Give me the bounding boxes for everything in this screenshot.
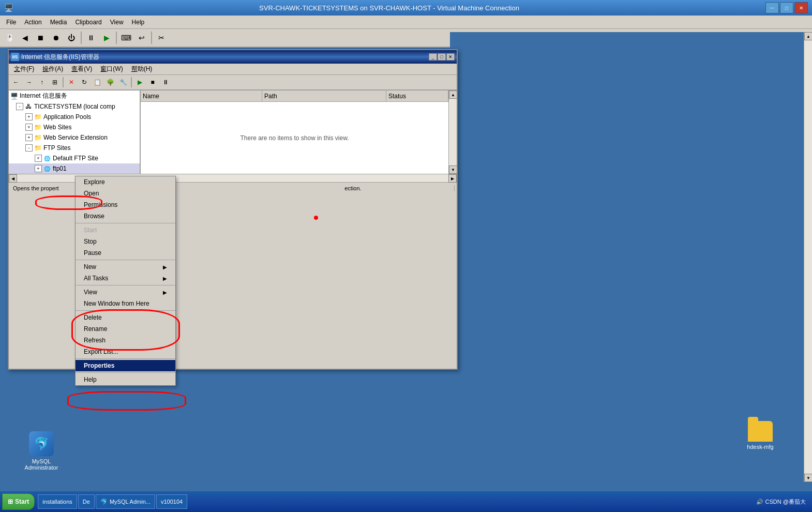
list-scroll-down[interactable]: ▼ <box>449 165 457 174</box>
menu-help[interactable]: Help <box>128 18 149 27</box>
iis-tb-pause[interactable]: ⏸ <box>159 76 172 88</box>
iis-tb-stop[interactable]: ■ <box>146 76 159 88</box>
ctx-new[interactable]: New ▶ <box>76 261 175 273</box>
iis-tb-refresh[interactable]: ↻ <box>78 76 91 88</box>
tree-expand-ftpsites[interactable]: - <box>25 144 33 152</box>
toolbar-stop-circle-btn[interactable]: ⏹ <box>33 31 48 45</box>
scroll-down-btn[interactable]: ▼ <box>804 474 812 482</box>
ctx-sep1 <box>76 223 175 223</box>
scroll-track[interactable] <box>804 40 812 474</box>
menu-media[interactable]: Media <box>46 18 71 27</box>
tree-item-apppools[interactable]: + 📁 Application Pools <box>9 112 140 122</box>
toolbar-undo-btn[interactable]: ↩ <box>134 31 149 45</box>
iis-tb-delete[interactable]: ✕ <box>65 76 78 88</box>
tree-item-ftp01[interactable]: + 🌐 ftp01 <box>9 163 140 174</box>
mysql-desktop-icon[interactable]: 🐬 MySQLAdministrator <box>21 431 62 471</box>
ctx-pause[interactable]: Pause <box>76 247 175 259</box>
iis-maximize-btn[interactable]: □ <box>438 53 446 61</box>
ctx-permissions[interactable]: Permissions <box>76 199 175 210</box>
toolbar-extra-btn[interactable]: ✂ <box>154 31 169 45</box>
vm-minimize-btn[interactable]: ─ <box>765 2 779 13</box>
iis-tb-forward[interactable]: → <box>23 76 35 88</box>
ctx-refresh[interactable]: Refresh <box>76 335 175 346</box>
ctx-open[interactable]: Open <box>76 188 175 199</box>
toolbar-record-btn[interactable]: ⏺ <box>49 31 63 45</box>
toolbar-icon-btn[interactable]: 🖱️ <box>2 31 17 45</box>
tree-root-item[interactable]: 🖥️ Internet 信息服务 <box>9 91 140 101</box>
ctx-properties[interactable]: Properties <box>76 360 175 371</box>
list-scrollbar[interactable]: ▲ ▼ <box>448 91 457 174</box>
iis-tb-back[interactable]: ← <box>10 76 22 88</box>
tree-item-webservice[interactable]: + 📁 Web Service Extension <box>9 132 140 143</box>
ctx-export-list[interactable]: Export List... <box>76 346 175 357</box>
iis-tb-tree[interactable]: 🌳 <box>104 76 116 88</box>
tree-item-ftpsites[interactable]: - 📁 FTP Sites <box>9 143 140 153</box>
menu-action[interactable]: Action <box>20 18 46 27</box>
ctx-browse[interactable]: Browse <box>76 210 175 222</box>
toolbar-ctrl-alt-del-btn[interactable]: ⌨ <box>119 31 133 45</box>
tree-expand-websites[interactable]: + <box>25 124 33 131</box>
menu-clipboard[interactable]: Clipboard <box>71 18 106 27</box>
col-path[interactable]: Path <box>262 91 386 101</box>
iis-menu-file[interactable]: 文件(F) <box>10 64 38 74</box>
ctx-new-window[interactable]: New Window from Here <box>76 298 175 309</box>
toolbar-pause-btn[interactable]: ⏸ <box>84 31 98 45</box>
start-button[interactable]: ⊞ Start <box>2 493 35 510</box>
start-label: Start <box>15 498 29 505</box>
vm-title-bar[interactable]: 🖥️ SVR-CHAWK-TICKETSYSTEMS on SVR-CHAWK-… <box>0 0 812 16</box>
tree-expand-webservice[interactable]: + <box>25 134 33 141</box>
taskbar-item-mysql[interactable]: 🐬 MySQL Admin... <box>96 494 155 509</box>
iis-tb-up[interactable]: ↑ <box>36 76 48 88</box>
ctx-delete[interactable]: Delete <box>76 312 175 323</box>
tree-item-defaultftp[interactable]: + 🌐 Default FTP Site <box>9 153 140 163</box>
ctx-stop[interactable]: Stop <box>76 236 175 247</box>
iis-tb-export[interactable]: 📋 <box>91 76 103 88</box>
menu-view[interactable]: View <box>106 18 128 27</box>
iis-title-bar[interactable]: IIS Internet 信息服务(IIS)管理器 _ □ ✕ <box>9 50 457 64</box>
tree-item-ticketsystem[interactable]: - 🖧 TICKETSYSTEM (local comp <box>9 101 140 112</box>
iis-tb-expand[interactable]: ⊞ <box>49 76 61 88</box>
iis-menu-action[interactable]: 操作(A) <box>38 64 67 74</box>
vm-maximize-btn[interactable]: □ <box>780 2 793 13</box>
menu-file[interactable]: File <box>2 18 20 27</box>
tree-expand-ftp01[interactable]: + <box>35 165 42 172</box>
horiz-scroll-left[interactable]: ◀ <box>9 174 17 183</box>
iis-menu-view[interactable]: 查看(V) <box>67 64 96 74</box>
right-scrollbar[interactable]: ▲ ▼ <box>804 32 812 482</box>
iis-close-btn[interactable]: ✕ <box>446 53 455 61</box>
tree-expand-apppools[interactable]: + <box>25 113 33 121</box>
main-menu-bar: File Action Media Clipboard View Help <box>0 16 812 29</box>
iis-tb-start[interactable]: ▶ <box>133 76 146 88</box>
tree-expand-ticketsystem[interactable]: - <box>16 103 23 110</box>
taskbar-item-installations[interactable]: installations <box>38 494 77 509</box>
scroll-up-btn[interactable]: ▲ <box>804 32 812 40</box>
tree-expand-defaultftp[interactable]: + <box>35 155 42 162</box>
toolbar-back-btn[interactable]: ◀ <box>18 31 32 45</box>
ctx-explore[interactable]: Explore <box>76 176 175 188</box>
toolbar-power-btn[interactable]: ⏻ <box>64 31 79 45</box>
toolbar-play-btn[interactable]: ▶ <box>99 31 114 45</box>
horiz-scroll-right[interactable]: ▶ <box>448 174 457 183</box>
ctx-sep2 <box>76 260 175 260</box>
iis-minimize-btn[interactable]: _ <box>429 53 437 61</box>
ctx-rename[interactable]: Rename <box>76 323 175 335</box>
vm-close-btn[interactable]: ✕ <box>794 2 808 13</box>
col-status[interactable]: Status <box>386 91 448 101</box>
taskbar-item-de[interactable]: De <box>78 494 95 509</box>
ctx-view[interactable]: View ▶ <box>76 287 175 298</box>
tree-label-websites: Web Sites <box>43 124 71 131</box>
iis-menu-window[interactable]: 窗口(W) <box>96 64 127 74</box>
iis-menu-help[interactable]: 帮助(H) <box>127 64 157 74</box>
taskbar-item-v100104[interactable]: v100104 <box>156 494 187 509</box>
desktop-icon-hdesk-mfg[interactable]: hdesk-mfg <box>740 421 781 450</box>
ctx-help[interactable]: Help <box>76 374 175 385</box>
iis-content-wrapper: 🖥️ Internet 信息服务 - 🖧 TICKETSYSTEM (local… <box>9 91 457 174</box>
tree-item-websites[interactable]: + 📁 Web Sites <box>9 122 140 132</box>
ctx-all-tasks[interactable]: All Tasks ▶ <box>76 273 175 284</box>
list-scroll-up[interactable]: ▲ <box>449 91 457 99</box>
iis-tb-prop[interactable]: 🔧 <box>117 76 129 88</box>
col-name[interactable]: Name <box>141 91 262 101</box>
tree-label-ftp01: ftp01 <box>53 165 67 172</box>
mysql-icon-img: 🐬 <box>29 431 54 456</box>
ctx-rename-label: Rename <box>84 325 107 333</box>
